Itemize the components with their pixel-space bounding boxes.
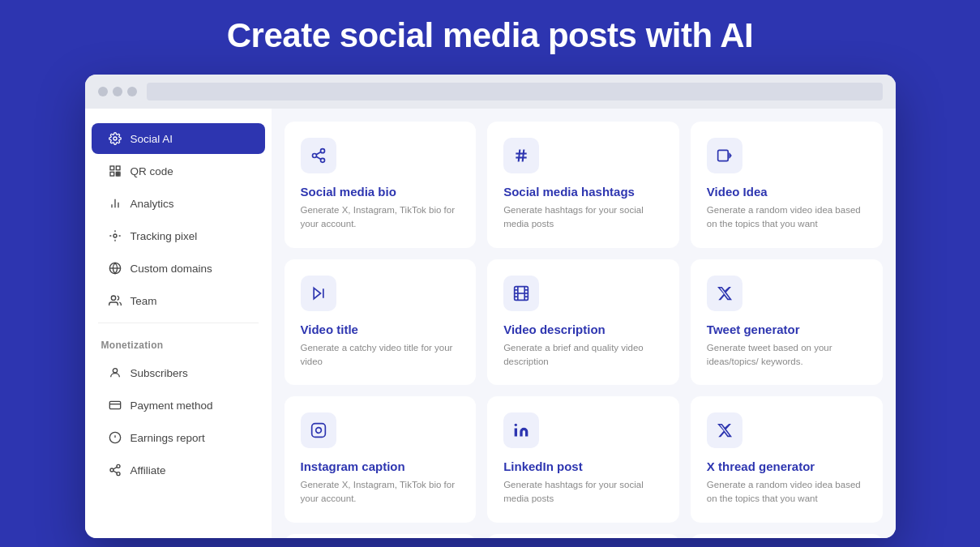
card-desc-x-thread-generator: Generate a random video idea based on th…: [707, 478, 867, 506]
svg-point-15: [113, 369, 117, 373]
card-title-social-media-hashtags: Social media hashtags: [503, 185, 663, 199]
hashtag-icon-wrapper: [503, 138, 539, 173]
card-desc-video-title: Generate a catchy video title for your v…: [301, 341, 460, 370]
card-desc-instagram-caption: Generate X, Instagram, TikTok bio for yo…: [301, 478, 460, 506]
x-icon-wrapper-tweet: [707, 276, 742, 311]
svg-line-25: [113, 467, 117, 469]
sidebar-item-affiliate[interactable]: Affiliate: [92, 455, 265, 485]
sidebar-label-payment-method: Payment method: [131, 400, 213, 412]
card-social-media-hashtags[interactable]: Social media hashtags Generate hashtags …: [487, 122, 679, 248]
card-tiktok-2[interactable]: [691, 534, 883, 539]
svg-point-11: [113, 234, 117, 237]
earnings-icon: [108, 430, 122, 445]
svg-point-26: [320, 149, 324, 153]
sidebar-item-social-ai[interactable]: Social AI: [92, 123, 265, 154]
monetization-label: Monetization: [85, 330, 272, 356]
linkedin-icon-wrapper: [503, 412, 539, 448]
sidebar-item-earnings-report[interactable]: Earnings report: [92, 422, 265, 453]
card-desc-linkedin-post: Generate hashtags for your social media …: [503, 478, 663, 506]
subscribers-icon: [108, 365, 122, 380]
svg-point-0: [113, 137, 117, 140]
card-desc-social-media-bio: Generate X, Instagram, TikTok bio for yo…: [301, 203, 460, 232]
gear-icon: [108, 131, 122, 146]
card-social-media-bio[interactable]: Social media bio Generate X, Instagram, …: [285, 122, 477, 248]
svg-point-14: [111, 296, 115, 300]
film-icon-wrapper: [503, 276, 539, 311]
sidebar-label-custom-domains: Custom domains: [131, 263, 212, 275]
svg-rect-4: [116, 172, 118, 173]
sidebar: Social AI QR code Analytics Tracking pix…: [85, 109, 272, 538]
svg-rect-35: [717, 150, 728, 160]
svg-point-21: [117, 464, 120, 468]
card-desc-tweet-generator: Generate tweet based on your ideas/topic…: [707, 341, 867, 370]
main-content: Social media bio Generate X, Instagram, …: [272, 109, 896, 538]
svg-point-50: [515, 424, 517, 426]
card-video-idea[interactable]: Video Idea Generate a random video idea …: [691, 122, 883, 248]
page-headline: Create social media posts with AI: [227, 16, 753, 55]
svg-point-23: [117, 472, 120, 476]
sidebar-label-subscribers: Subscribers: [131, 367, 188, 379]
svg-line-29: [316, 156, 321, 159]
svg-rect-7: [118, 172, 120, 173]
svg-rect-47: [311, 424, 325, 438]
globe-icon: [108, 261, 122, 276]
affiliate-icon: [108, 463, 122, 477]
dot-green: [127, 87, 137, 96]
svg-line-34: [523, 150, 524, 162]
card-instagram-caption[interactable]: Instagram caption Generate X, Instagram,…: [285, 396, 477, 523]
card-video-title[interactable]: Video title Generate a catchy video titl…: [285, 259, 477, 386]
sidebar-item-qr-code[interactable]: QR code: [92, 156, 265, 186]
card-linkedin-post[interactable]: LinkedIn post Generate hashtags for your…: [487, 396, 679, 523]
sidebar-label-affiliate: Affiliate: [131, 464, 166, 476]
svg-marker-37: [314, 288, 320, 298]
sidebar-item-payment-method[interactable]: Payment method: [92, 390, 265, 421]
card-title-video-title: Video title: [301, 323, 460, 336]
sidebar-item-tracking-pixel[interactable]: Tracking pixel: [92, 220, 265, 251]
sidebar-divider: [98, 323, 259, 323]
browser-content: Social AI QR code Analytics Tracking pix…: [85, 109, 896, 538]
card-x-thread-generator[interactable]: X thread generator Generate a random vid…: [691, 396, 883, 523]
share-icon-wrapper: [301, 138, 336, 173]
svg-rect-3: [110, 172, 114, 176]
svg-rect-49: [515, 429, 517, 437]
svg-line-30: [316, 152, 321, 154]
sidebar-label-social-ai: Social AI: [131, 133, 173, 145]
card-tiktok-1[interactable]: [487, 534, 679, 539]
bar-chart-icon: [108, 196, 122, 211]
svg-point-22: [110, 468, 113, 472]
cards-grid: Social media bio Generate X, Instagram, …: [285, 122, 883, 538]
card-desc-video-idea: Generate a random video idea based on th…: [707, 203, 867, 232]
dot-red: [98, 87, 108, 96]
sidebar-label-earnings-report: Earnings report: [131, 432, 205, 444]
browser-window: Social AI QR code Analytics Tracking pix…: [85, 75, 896, 538]
card-desc-social-media-hashtags: Generate hashtags for your social media …: [503, 203, 663, 232]
sidebar-label-tracking-pixel: Tracking pixel: [131, 230, 198, 242]
payment-icon: [108, 398, 122, 412]
svg-rect-5: [118, 174, 120, 176]
sidebar-item-team[interactable]: Team: [92, 285, 265, 316]
card-title-video-description: Video description: [503, 323, 663, 336]
browser-bar: [85, 75, 896, 109]
card-title-instagram-caption: Instagram caption: [301, 459, 460, 473]
sidebar-label-team: Team: [131, 295, 157, 307]
card-video-description[interactable]: Video description Generate a brief and q…: [487, 259, 679, 386]
tracking-icon: [108, 229, 122, 243]
sidebar-item-custom-domains[interactable]: Custom domains: [92, 253, 265, 284]
browser-url-bar: [147, 83, 883, 100]
svg-point-28: [320, 158, 324, 162]
qr-icon: [108, 164, 122, 178]
x-icon-wrapper-thread: [707, 412, 742, 448]
sidebar-item-subscribers[interactable]: Subscribers: [92, 357, 265, 388]
svg-line-33: [519, 150, 520, 162]
dot-yellow: [113, 87, 122, 96]
card-title-linkedin-post: LinkedIn post: [503, 459, 663, 473]
browser-dots: [98, 87, 137, 96]
sidebar-item-analytics[interactable]: Analytics: [92, 188, 265, 219]
video-icon-wrapper: [707, 138, 742, 173]
svg-rect-2: [116, 166, 120, 170]
card-pinterest[interactable]: [285, 534, 477, 539]
card-tweet-generator[interactable]: Tweet generator Generate tweet based on …: [691, 259, 883, 386]
svg-line-24: [113, 471, 117, 473]
svg-rect-6: [116, 174, 118, 176]
instagram-icon-wrapper: [301, 412, 336, 448]
